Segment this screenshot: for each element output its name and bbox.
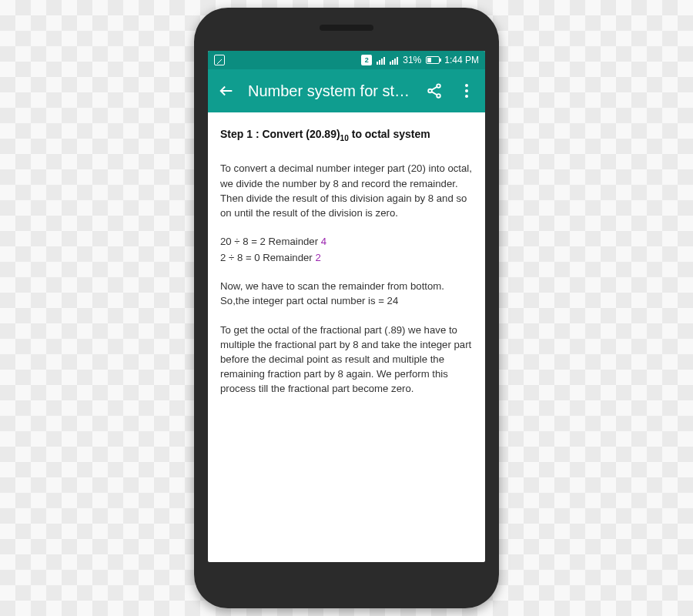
content-area[interactable]: Step 1 : Convert (20.89)10 to octal syst… [208,112,485,562]
phone-frame: 2 31% 1:44 PM Number system for st… [194,8,499,608]
calc-remainder-2: 2 [315,252,320,263]
svg-point-0 [437,84,440,88]
battery-icon [426,56,440,64]
screen: 2 31% 1:44 PM Number system for st… [208,51,485,562]
step-heading-prefix: Step 1 : Convert (20.89) [220,128,340,140]
step-heading-suffix: to octal system [349,128,430,140]
step-heading-subscript: 10 [340,134,349,142]
calc-expr-2: 2 ÷ 8 = 0 Remainder [220,252,315,263]
paragraph-1: To convert a decimal number integer part… [220,161,473,220]
share-button[interactable] [424,80,445,102]
signal-icon-2 [390,55,398,65]
sim-icon: 2 [361,55,372,65]
calc-line-1: 20 ÷ 8 = 2 Remainder 4 [220,234,473,249]
share-icon [426,82,443,99]
calc-line-2: 2 ÷ 8 = 0 Remainder 2 [220,250,473,265]
calc-remainder-1: 4 [321,236,326,247]
status-bar: 2 31% 1:44 PM [208,51,485,69]
overflow-menu-button[interactable] [456,80,477,102]
paragraph-3: To get the octal of the fractional part … [220,323,473,397]
battery-text: 31% [403,55,421,65]
more-vert-icon [465,84,468,98]
calculation-block: 20 ÷ 8 = 2 Remainder 4 2 ÷ 8 = 0 Remaind… [220,234,473,265]
svg-point-1 [428,89,432,93]
calc-expr-1: 20 ÷ 8 = 2 Remainder [220,236,321,247]
back-button[interactable] [216,80,237,102]
svg-point-2 [437,94,440,98]
arrow-left-icon [218,82,235,99]
signal-icon [377,55,385,65]
paragraph-2: Now, we have to scan the remainder from … [220,279,473,308]
image-icon [214,55,225,65]
app-bar: Number system for st… [208,69,485,112]
clock-text: 1:44 PM [444,55,479,65]
page-title: Number system for st… [248,82,413,100]
step-heading: Step 1 : Convert (20.89)10 to octal syst… [220,126,473,144]
